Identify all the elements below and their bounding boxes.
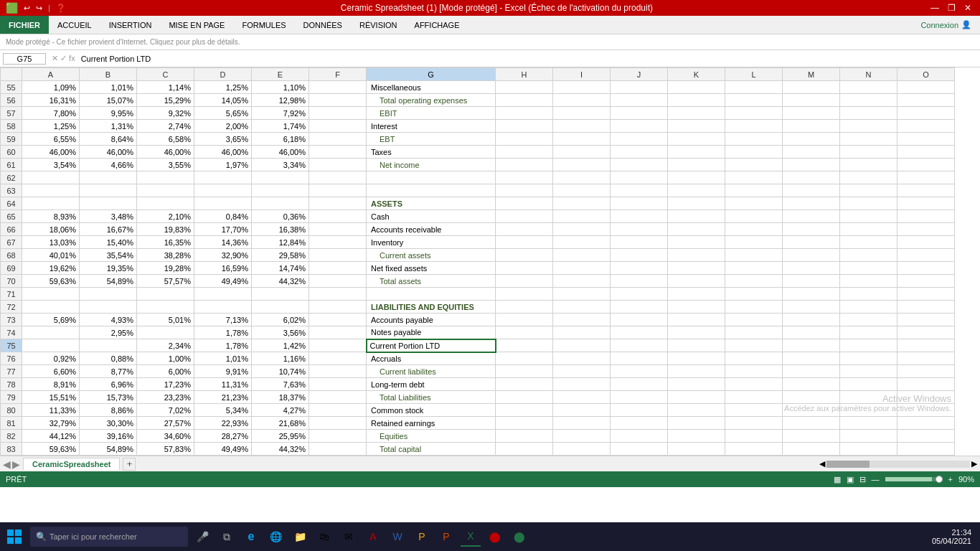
cell-i76[interactable] <box>553 352 611 365</box>
cell-g72[interactable]: LIABILITIES AND EQUITIES <box>367 301 496 314</box>
cell-n83[interactable] <box>840 443 897 456</box>
zoom-in[interactable]: + <box>948 475 953 484</box>
cell-i63[interactable] <box>553 184 611 197</box>
cell-k66[interactable] <box>668 223 725 236</box>
cell-m76[interactable] <box>783 352 840 365</box>
cell-g73[interactable]: Accounts payable <box>367 314 496 326</box>
cell-n55[interactable] <box>840 81 897 94</box>
cell-d56[interactable]: 14,05% <box>194 94 252 107</box>
taskbar-task-view[interactable]: ⧉ <box>217 527 237 547</box>
cell-k73[interactable] <box>668 314 725 326</box>
cell-e65[interactable]: 0,36% <box>252 210 309 223</box>
cell-h74[interactable] <box>496 326 553 339</box>
cell-j65[interactable] <box>611 210 668 223</box>
cell-h79[interactable] <box>496 391 553 404</box>
cell-d59[interactable]: 3,65% <box>194 133 252 146</box>
cell-k70[interactable] <box>668 275 725 288</box>
cell-l64[interactable] <box>725 197 783 210</box>
cell-n58[interactable] <box>840 120 897 133</box>
cell-b79[interactable]: 15,73% <box>80 391 137 404</box>
cell-e82[interactable]: 25,95% <box>252 430 309 443</box>
cell-h71[interactable] <box>496 288 553 301</box>
cell-c67[interactable]: 16,35% <box>137 236 194 249</box>
cell-g70[interactable]: Total assets <box>367 275 496 288</box>
cell-h58[interactable] <box>496 120 553 133</box>
cell-d70[interactable]: 49,49% <box>194 275 252 288</box>
cell-c59[interactable]: 6,58% <box>137 133 194 146</box>
cell-n80[interactable] <box>840 404 897 417</box>
table-row[interactable]: 6713,03%15,40%16,35%14,36%12,84%Inventor… <box>1 236 955 249</box>
cell-i66[interactable] <box>553 223 611 236</box>
cell-f82[interactable] <box>309 430 367 443</box>
cell-f67[interactable] <box>309 236 367 249</box>
cell-c64[interactable] <box>137 197 194 210</box>
cell-b66[interactable]: 16,67% <box>80 223 137 236</box>
cell-a62[interactable] <box>22 171 80 184</box>
taskbar-chrome[interactable]: 🌐 <box>265 527 286 547</box>
cell-m71[interactable] <box>783 288 840 301</box>
cell-e74[interactable]: 3,56% <box>252 326 309 339</box>
cell-d63[interactable] <box>194 184 252 197</box>
cell-i56[interactable] <box>553 94 611 107</box>
cell-n68[interactable] <box>840 249 897 262</box>
cell-i65[interactable] <box>553 210 611 223</box>
cell-b56[interactable]: 15,07% <box>80 94 137 107</box>
cell-k59[interactable] <box>668 133 725 146</box>
table-row[interactable]: 577,80%9,95%9,32%5,65%7,92%EBIT <box>1 107 955 120</box>
cell-k81[interactable] <box>668 417 725 430</box>
cell-k75[interactable] <box>668 339 725 352</box>
cell-c69[interactable]: 19,28% <box>137 262 194 275</box>
cell-g64[interactable]: ASSETS <box>367 197 496 210</box>
table-row[interactable]: 581,25%1,31%2,74%2,00%1,74%Interest <box>1 120 955 133</box>
cell-g59[interactable]: EBT <box>367 133 496 146</box>
cell-g63[interactable] <box>367 184 496 197</box>
cell-c82[interactable]: 34,60% <box>137 430 194 443</box>
cell-a67[interactable]: 13,03% <box>22 236 80 249</box>
cell-c63[interactable] <box>137 184 194 197</box>
cell-g55[interactable]: Miscellaneous <box>367 81 496 94</box>
table-row[interactable]: 8359,63%54,89%57,83%49,49%44,32%Total ca… <box>1 443 955 456</box>
cell-i72[interactable] <box>553 301 611 314</box>
cell-j63[interactable] <box>611 184 668 197</box>
cell-n57[interactable] <box>840 107 897 120</box>
cell-l70[interactable] <box>725 275 783 288</box>
cell-c60[interactable]: 46,00% <box>137 146 194 159</box>
cell-m80[interactable] <box>783 404 840 417</box>
cell-o61[interactable] <box>897 159 955 171</box>
cell-n64[interactable] <box>840 197 897 210</box>
cell-i59[interactable] <box>553 133 611 146</box>
table-row[interactable]: 62 <box>1 171 955 184</box>
cell-m68[interactable] <box>783 249 840 262</box>
name-box[interactable]: G75 <box>3 53 46 65</box>
cell-g57[interactable]: EBIT <box>367 107 496 120</box>
cell-i80[interactable] <box>553 404 611 417</box>
cell-f68[interactable] <box>309 249 367 262</box>
cell-b67[interactable]: 15,40% <box>80 236 137 249</box>
cell-g68[interactable]: Current assets <box>367 249 496 262</box>
table-row[interactable]: 776,60%8,77%6,00%9,91%10,74%Current liab… <box>1 365 955 378</box>
cell-k58[interactable] <box>668 120 725 133</box>
cell-e57[interactable]: 7,92% <box>252 107 309 120</box>
cell-j81[interactable] <box>611 417 668 430</box>
cell-j78[interactable] <box>611 378 668 391</box>
cell-k77[interactable] <box>668 365 725 378</box>
cell-e73[interactable]: 6,02% <box>252 314 309 326</box>
cell-g66[interactable]: Accounts receivable <box>367 223 496 236</box>
col-header-g[interactable]: G <box>367 68 496 81</box>
cell-d57[interactable]: 5,65% <box>194 107 252 120</box>
cell-j79[interactable] <box>611 391 668 404</box>
cell-b75[interactable] <box>80 339 137 352</box>
cell-i57[interactable] <box>553 107 611 120</box>
cell-f72[interactable] <box>309 301 367 314</box>
cell-g58[interactable]: Interest <box>367 120 496 133</box>
cell-e79[interactable]: 18,37% <box>252 391 309 404</box>
taskbar-mic[interactable]: 🎤 <box>192 527 212 547</box>
cell-m59[interactable] <box>783 133 840 146</box>
cell-f55[interactable] <box>309 81 367 94</box>
cell-e75[interactable]: 1,42% <box>252 339 309 352</box>
cell-b69[interactable]: 19,35% <box>80 262 137 275</box>
col-header-k[interactable]: K <box>668 68 725 81</box>
cell-d77[interactable]: 9,91% <box>194 365 252 378</box>
cell-i82[interactable] <box>553 430 611 443</box>
taskbar-powerpoint[interactable]: P <box>436 527 456 547</box>
